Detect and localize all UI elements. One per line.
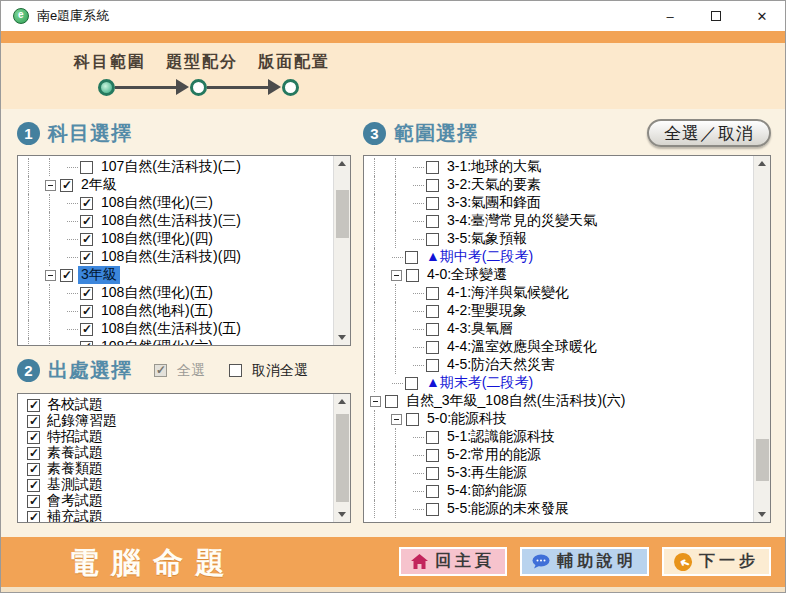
tree-item-label[interactable]: 3年級 xyxy=(78,266,120,284)
tree-item[interactable]: 3-1:地球的大氣 xyxy=(370,158,753,176)
tree-item[interactable]: 5-3:再生能源 xyxy=(370,464,753,482)
next-step-button[interactable]: ➜ 下一步 xyxy=(662,547,771,576)
minimize-button[interactable]: – xyxy=(647,1,693,31)
checkbox[interactable] xyxy=(406,269,419,282)
checkbox[interactable] xyxy=(27,431,40,444)
scroll-up-icon[interactable] xyxy=(334,394,350,410)
tree-item-label[interactable]: 5-1:認識能源科技 xyxy=(444,428,558,446)
tree-item-label[interactable]: 3-4:臺灣常見的災變天氣 xyxy=(444,212,600,230)
checkbox[interactable] xyxy=(426,341,439,354)
tree-item-label[interactable]: 108自然(理化)(六) xyxy=(98,338,216,346)
checkbox[interactable] xyxy=(426,287,439,300)
tree-item-label[interactable]: 4-2:聖嬰現象 xyxy=(444,302,530,320)
tree-item-label[interactable]: ▲期末考(二段考) xyxy=(423,374,536,392)
select-all-checkbox-box[interactable] xyxy=(154,364,167,377)
maximize-button[interactable] xyxy=(693,1,739,31)
tree-item[interactable]: 5-4:節約能源 xyxy=(370,482,753,500)
checkbox[interactable] xyxy=(426,503,439,516)
checkbox[interactable] xyxy=(426,359,439,372)
tree-item[interactable]: 3-3:氣團和鋒面 xyxy=(370,194,753,212)
tree-item-label[interactable]: 108自然(生活科技)(五) xyxy=(98,320,244,338)
tree-item[interactable]: 108自然(生活科技)(五) xyxy=(24,320,333,338)
tree-item[interactable]: 5-5:能源的未來發展 xyxy=(370,500,753,518)
checkbox[interactable] xyxy=(80,287,93,300)
checkbox[interactable] xyxy=(426,449,439,462)
tree-item[interactable]: 107自然(生活科技)(二) xyxy=(24,158,333,176)
tree-item-label[interactable]: 4-1:海洋與氣候變化 xyxy=(444,284,572,302)
tree-item-label[interactable]: 108自然(地科)(五) xyxy=(98,302,216,320)
tree-item-label[interactable]: 4-0:全球變遷 xyxy=(424,266,510,284)
checkbox[interactable] xyxy=(27,511,40,524)
tree-item-label[interactable]: 108自然(生活科技)(四) xyxy=(98,248,244,266)
expand-toggle[interactable] xyxy=(391,414,402,425)
checkbox[interactable] xyxy=(80,197,93,210)
checkbox[interactable] xyxy=(405,377,418,390)
expand-toggle[interactable] xyxy=(45,180,56,191)
scroll-down-icon[interactable] xyxy=(754,506,770,522)
checkbox[interactable] xyxy=(80,233,93,246)
tree-item-label[interactable]: 3-1:地球的大氣 xyxy=(444,158,544,176)
checkbox[interactable] xyxy=(426,179,439,192)
checkbox[interactable] xyxy=(80,305,93,318)
checkbox[interactable] xyxy=(426,233,439,246)
tree-item-label[interactable]: 3-2:天氣的要素 xyxy=(444,176,544,194)
checkbox[interactable] xyxy=(27,447,40,460)
scroll-up-icon[interactable] xyxy=(754,156,770,172)
checkbox[interactable] xyxy=(60,269,73,282)
tree-item-label[interactable]: 108自然(生活科技)(三) xyxy=(98,212,244,230)
tree-item[interactable]: 108自然(理化)(五) xyxy=(24,284,333,302)
tree-item[interactable]: 4-4:溫室效應與全球暖化 xyxy=(370,338,753,356)
checkbox[interactable] xyxy=(80,341,93,347)
tree-item[interactable]: 108自然(理化)(六) xyxy=(24,338,333,346)
list-item[interactable]: 素養類題 xyxy=(24,461,333,477)
expand-toggle[interactable] xyxy=(45,270,56,281)
tree-item-label[interactable]: 5-5:能源的未來發展 xyxy=(444,500,572,518)
list-item[interactable]: 基測試題 xyxy=(24,477,333,493)
tree-item[interactable]: 108自然(地科)(五) xyxy=(24,302,333,320)
tree-item-label[interactable]: 3-5:氣象預報 xyxy=(444,230,530,248)
tree-item[interactable]: 108自然(理化)(三) xyxy=(24,194,333,212)
tree-item[interactable]: 4-1:海洋與氣候變化 xyxy=(370,284,753,302)
tree-item[interactable]: 4-2:聖嬰現象 xyxy=(370,302,753,320)
tree-item-label[interactable]: 4-3:臭氧層 xyxy=(444,320,516,338)
scroll-down-icon[interactable] xyxy=(334,329,350,345)
tree-item[interactable]: 108自然(生活科技)(三) xyxy=(24,212,333,230)
checkbox[interactable] xyxy=(27,495,40,508)
list-item[interactable]: 特招試題 xyxy=(24,429,333,445)
checkbox[interactable] xyxy=(426,215,439,228)
tree-item[interactable]: 5-1:認識能源科技 xyxy=(370,428,753,446)
deselect-all-checkbox-box[interactable] xyxy=(229,364,242,377)
subject-tree-scrollbar[interactable] xyxy=(333,156,350,345)
tree-item-label[interactable]: 108自然(理化)(四) xyxy=(98,230,216,248)
tree-item[interactable]: 自然_3年級_108自然(生活科技)(六) xyxy=(370,392,753,410)
list-item[interactable]: 會考試題 xyxy=(24,493,333,509)
tree-item[interactable]: 5-2:常用的能源 xyxy=(370,446,753,464)
checkbox[interactable] xyxy=(426,431,439,444)
checkbox[interactable] xyxy=(27,479,40,492)
tree-item-label[interactable]: 4-5:防治天然災害 xyxy=(444,356,558,374)
checkbox[interactable] xyxy=(80,251,93,264)
tree-item[interactable]: 108自然(生活科技)(四) xyxy=(24,248,333,266)
checkbox[interactable] xyxy=(426,467,439,480)
tree-item[interactable]: 2年級 xyxy=(24,176,333,194)
tree-item[interactable]: 108自然(理化)(四) xyxy=(24,230,333,248)
expand-toggle[interactable] xyxy=(370,396,381,407)
tree-item[interactable]: 4-0:全球變遷 xyxy=(370,266,753,284)
tree-item-label[interactable]: 5-0:能源科技 xyxy=(424,410,510,428)
tree-item[interactable]: 5-0:能源科技 xyxy=(370,410,753,428)
checkbox[interactable] xyxy=(426,323,439,336)
scroll-up-icon[interactable] xyxy=(334,156,350,172)
list-item[interactable]: 補充試題 xyxy=(24,509,333,523)
tree-item[interactable]: 4-5:防治天然災害 xyxy=(370,356,753,374)
tree-item-label[interactable]: 5-4:節約能源 xyxy=(444,482,530,500)
home-button[interactable]: 回主頁 xyxy=(399,547,507,576)
deselect-all-checkbox[interactable]: 取消全選 xyxy=(229,362,308,380)
scrollbar-thumb[interactable] xyxy=(756,439,769,481)
tree-item-label[interactable]: 5-2:常用的能源 xyxy=(444,446,544,464)
range-tree-scrollbar[interactable] xyxy=(753,156,770,522)
tree-item[interactable]: 4-3:臭氧層 xyxy=(370,320,753,338)
tree-item-label[interactable]: ▲期中考(二段考) xyxy=(423,248,536,266)
checkbox[interactable] xyxy=(426,161,439,174)
scrollbar-thumb[interactable] xyxy=(336,414,349,502)
list-item[interactable]: 素養試題 xyxy=(24,445,333,461)
